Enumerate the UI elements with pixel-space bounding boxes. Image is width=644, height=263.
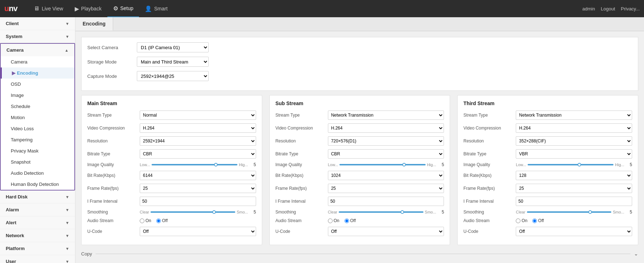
sidebar-item-audio-detection[interactable]: Audio Detection [1, 168, 74, 179]
capture-mode-row: Capture Mode 2592×1944@25 [87, 71, 632, 81]
main-bitrate-type-select[interactable]: CBR [140, 149, 256, 159]
select-camera-label: Select Camera [87, 45, 134, 50]
third-image-quality-label: Image Quality [463, 162, 514, 167]
admin-label: admin [582, 6, 595, 11]
third-sm-track[interactable] [527, 211, 612, 213]
third-bitrate-type-select[interactable]: VBR [516, 149, 632, 159]
nav-setup[interactable]: ⚙ Setup [107, 0, 139, 17]
sub-bitrate-row: Bit Rate(Kbps) 1024 [275, 171, 444, 180]
sub-resolution-select[interactable]: 720×576(D1) [328, 136, 444, 146]
sub-sm-smo-label: Smo... [425, 210, 436, 214]
storage-mode-row: Storage Mode Main and Third Stream [87, 57, 632, 67]
sub-framerate-select[interactable]: 25 [328, 184, 444, 193]
sub-bitrate-type-select[interactable]: CBR [328, 149, 444, 159]
main-image-quality-slider[interactable]: Low... Hig... 5 [140, 162, 256, 167]
sidebar-header-system[interactable]: System ▼ [0, 30, 75, 43]
main-audio-off-radio[interactable]: Off [156, 218, 168, 223]
main-iq-track[interactable] [152, 164, 237, 165]
main-resolution-select[interactable]: 2592×1944 [140, 136, 256, 146]
sidebar-item-image[interactable]: Image [1, 90, 74, 101]
sidebar-section-platform: Platform ▼ [0, 242, 75, 255]
main-ucode-select[interactable]: Off [140, 227, 256, 236]
sub-image-quality-slider[interactable]: Low... Hig... 5 [328, 162, 444, 167]
nav-smart[interactable]: 👤 Smart [139, 0, 173, 17]
sidebar-item-tampering[interactable]: Tampering [1, 134, 74, 145]
sub-iframe-input[interactable] [328, 197, 444, 206]
privacy-button[interactable]: Privacy... [621, 6, 640, 11]
sidebar-item-privacy-mask[interactable]: Privacy Mask [1, 145, 74, 156]
main-smoothing-slider[interactable]: Clear Smo... 5 [140, 210, 256, 215]
sub-bitrate-select[interactable]: 1024 [328, 171, 444, 180]
third-iframe-input[interactable] [516, 197, 632, 206]
third-iq-handle[interactable] [578, 163, 581, 166]
nav-playback[interactable]: ▶ Playback [69, 0, 107, 17]
main-bitrate-select[interactable]: 6144 [140, 171, 256, 180]
third-audio-off-radio[interactable]: Off [532, 218, 544, 223]
sub-iq-handle[interactable] [402, 163, 406, 166]
main-bitrate-type-label: Bitrate Type [87, 151, 138, 156]
tab-encoding[interactable]: Encoding [75, 17, 113, 31]
third-bitrate-select[interactable]: 128 [516, 171, 632, 180]
sub-ucode-select[interactable]: Off [328, 227, 444, 236]
sidebar-header-alert[interactable]: Alert ▼ [0, 216, 75, 229]
nav-live-view[interactable]: 🖥 Live View [28, 0, 69, 17]
copy-expand-icon[interactable]: ⌄ [634, 251, 638, 257]
sidebar-item-schedule[interactable]: Schedule [1, 101, 74, 112]
sidebar-item-osd[interactable]: OSD [1, 79, 74, 90]
third-stream-type-select[interactable]: Network Transmission [516, 111, 632, 120]
third-video-compression-select[interactable]: H.264 [516, 123, 632, 133]
sidebar-item-video-loss[interactable]: Video Loss [1, 123, 74, 134]
main-framerate-select[interactable]: 25 [140, 184, 256, 193]
sub-iq-track[interactable] [339, 164, 425, 165]
logout-button[interactable]: Logout [601, 6, 615, 11]
sub-smoothing-slider[interactable]: Clear Smo... 5 [328, 210, 444, 215]
select-camera-dropdown[interactable]: D1 (IP Camera 01) [137, 42, 209, 52]
sub-iframe-row: I Frame Interval [275, 197, 444, 206]
third-sm-handle[interactable] [588, 210, 592, 214]
sidebar-item-encoding[interactable]: ▶Encoding [1, 67, 74, 79]
sub-audio-off-radio[interactable]: Off [344, 218, 356, 223]
sidebar-header-user[interactable]: User ▼ [0, 255, 75, 263]
capture-mode-dropdown[interactable]: 2592×1944@25 [137, 71, 209, 81]
third-resolution-select[interactable]: 352×288(CIF) [516, 136, 632, 146]
sidebar-header-platform[interactable]: Platform ▼ [0, 242, 75, 255]
sub-audio-on-radio[interactable]: On [328, 218, 339, 223]
main-sm-track[interactable] [150, 211, 235, 213]
third-framerate-select[interactable]: 25 [516, 184, 632, 193]
nav-right: admin Logout Privacy... [582, 6, 640, 11]
main-video-compression-select[interactable]: H.264 [140, 123, 256, 133]
sidebar-item-camera[interactable]: Camera [1, 56, 74, 67]
sub-image-quality-row: Image Quality Low... Hig... 5 [275, 162, 444, 167]
sub-sm-handle[interactable] [400, 210, 404, 214]
main-audio-label: Audio Stream [87, 218, 138, 223]
main-stream-type-select[interactable]: Normal [140, 111, 256, 120]
main-smoothing-label: Smoothing [87, 210, 138, 215]
sidebar-header-client[interactable]: Client ▼ [0, 17, 75, 30]
storage-mode-dropdown[interactable]: Main and Third Stream [137, 57, 209, 67]
third-smoothing-slider[interactable]: Clear Smo... 5 [516, 210, 632, 215]
sub-stream-type-select[interactable]: Network Transmission [328, 111, 444, 120]
sidebar-header-alarm[interactable]: Alarm ▼ [0, 203, 75, 216]
third-iq-track[interactable] [528, 164, 613, 165]
sub-video-compression-select[interactable]: H.264 [328, 123, 444, 133]
sidebar-header-hard-disk[interactable]: Hard Disk ▼ [0, 191, 75, 203]
sidebar-header-network[interactable]: Network ▼ [0, 229, 75, 242]
main-iframe-input[interactable]: 50 [140, 197, 256, 206]
main-sm-handle[interactable] [212, 210, 216, 214]
main-image-quality-row: Image Quality Low... Hig... 5 [87, 162, 256, 167]
main-iq-handle[interactable] [214, 163, 218, 166]
sidebar-item-snapshot[interactable]: Snapshot [1, 156, 74, 168]
third-image-quality-slider[interactable]: Low... Hig... 5 [516, 162, 632, 167]
sub-stream-type-row: Stream Type Network Transmission [275, 111, 444, 120]
sidebar-item-human-body-detection[interactable]: Human Body Detection [1, 179, 74, 190]
sidebar-header-camera[interactable]: Camera ▲ [1, 44, 74, 56]
sidebar-item-motion[interactable]: Motion [1, 112, 74, 123]
third-sm-clear-label: Clear [516, 210, 525, 214]
third-ucode-select[interactable]: Off [516, 227, 632, 236]
third-resolution-label: Resolution [463, 138, 514, 144]
third-audio-on-radio[interactable]: On [516, 218, 527, 223]
main-audio-on-radio[interactable]: On [140, 218, 151, 223]
copy-line [96, 254, 630, 254]
sub-sm-track[interactable] [339, 211, 423, 213]
main-audio-row: Audio Stream On Off [87, 218, 256, 223]
